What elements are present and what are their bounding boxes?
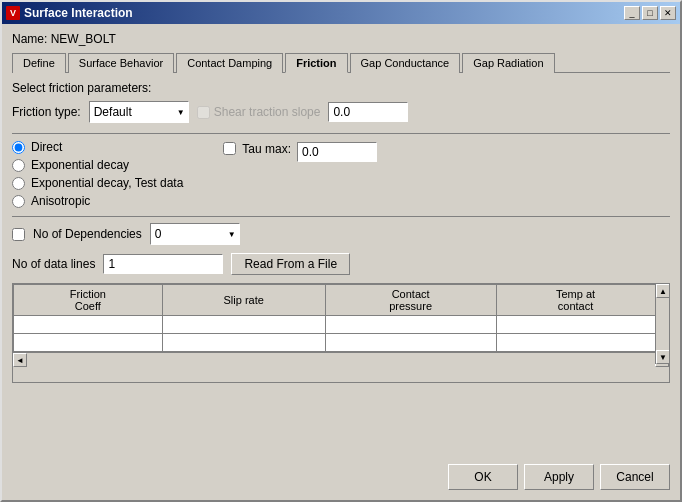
col-temp-contact: Temp atcontact: [496, 285, 655, 316]
table-row: ▲ ▼: [14, 316, 670, 334]
col-slip-rate: Slip rate: [162, 285, 325, 316]
bottom-buttons: OK Apply Cancel: [448, 464, 670, 490]
dependencies-select-wrapper: 0: [150, 223, 240, 245]
vertical-scrollbar[interactable]: ▲ ▼: [655, 284, 669, 364]
separator-2: [12, 216, 670, 217]
ok-button[interactable]: OK: [448, 464, 518, 490]
separator-1: [12, 133, 670, 134]
tau-max-input[interactable]: [297, 142, 377, 162]
data-table: FrictionCoeff Slip rate Contactpressure …: [13, 284, 669, 352]
tab-friction[interactable]: Friction: [285, 53, 347, 73]
dependencies-select[interactable]: 0: [150, 223, 240, 245]
radio-direct: Direct: [12, 140, 183, 154]
cell-temp-2[interactable]: [496, 334, 655, 352]
read-file-button[interactable]: Read From a File: [231, 253, 350, 275]
tab-gap-conductance[interactable]: Gap Conductance: [350, 53, 461, 73]
radio-and-tau: Direct Exponential decay Exponential dec…: [12, 140, 670, 208]
radio-exp-decay: Exponential decay: [12, 158, 183, 172]
radio-direct-label: Direct: [31, 140, 62, 154]
tab-gap-radiation[interactable]: Gap Radiation: [462, 53, 554, 73]
radio-anisotropic: Anisotropic: [12, 194, 183, 208]
scrollbar-v-cell: ▲ ▼: [655, 316, 669, 352]
title-buttons: _ □ ✕: [624, 6, 676, 20]
data-lines-input[interactable]: [103, 254, 223, 274]
data-lines-label: No of data lines: [12, 257, 95, 271]
cell-pressure-1[interactable]: [325, 316, 496, 334]
title-bar-left: V Surface Interaction: [6, 6, 133, 20]
tau-max-checkbox[interactable]: [223, 142, 236, 155]
col-friction-coeff: FrictionCoeff: [14, 285, 163, 316]
apply-button[interactable]: Apply: [524, 464, 594, 490]
radio-exp-decay-test-label: Exponential decay, Test data: [31, 176, 183, 190]
horizontal-scrollbar[interactable]: ◄ ►: [13, 352, 669, 366]
cell-friction-2[interactable]: [14, 334, 163, 352]
cell-temp-1[interactable]: [496, 316, 655, 334]
name-row: Name: NEW_BOLT: [12, 32, 670, 46]
name-label: Name:: [12, 32, 47, 46]
cancel-button[interactable]: Cancel: [600, 464, 670, 490]
maximize-button[interactable]: □: [642, 6, 658, 20]
cell-slip-1[interactable]: [162, 316, 325, 334]
content-area: Name: NEW_BOLT Define Surface Behavior C…: [2, 24, 680, 391]
name-value: NEW_BOLT: [51, 32, 116, 46]
radio-direct-input[interactable]: [12, 141, 25, 154]
data-lines-row: No of data lines Read From a File: [12, 253, 670, 275]
scroll-down-arrow[interactable]: ▼: [656, 350, 670, 364]
radio-anisotropic-input[interactable]: [12, 195, 25, 208]
radio-exp-decay-input[interactable]: [12, 159, 25, 172]
cell-slip-2[interactable]: [162, 334, 325, 352]
app-icon: V: [6, 6, 20, 20]
window-title: Surface Interaction: [24, 6, 133, 20]
scroll-left-arrow[interactable]: ◄: [13, 353, 27, 367]
col-contact-pressure: Contactpressure: [325, 285, 496, 316]
shear-traction-input[interactable]: 0.0: [328, 102, 408, 122]
radio-exp-decay-label: Exponential decay: [31, 158, 129, 172]
title-bar: V Surface Interaction _ □ ✕: [2, 2, 680, 24]
table-body: ▲ ▼: [14, 316, 670, 352]
friction-type-select-wrapper: Default: [89, 101, 189, 123]
tab-define[interactable]: Define: [12, 53, 66, 73]
scroll-up-arrow[interactable]: ▲: [656, 284, 670, 298]
h-scroll-track: [27, 353, 655, 366]
dependencies-row: No of Dependencies 0: [12, 223, 670, 245]
tabs-container: Define Surface Behavior Contact Damping …: [12, 52, 670, 73]
main-window: V Surface Interaction _ □ ✕ Name: NEW_BO…: [0, 0, 682, 502]
friction-type-row: Friction type: Default Shear traction sl…: [12, 101, 670, 123]
dependencies-checkbox[interactable]: [12, 228, 25, 241]
cell-friction-1[interactable]: [14, 316, 163, 334]
radio-exp-decay-test: Exponential decay, Test data: [12, 176, 183, 190]
table-row: [14, 334, 670, 352]
table-header-row: FrictionCoeff Slip rate Contactpressure …: [14, 285, 670, 316]
close-button[interactable]: ✕: [660, 6, 676, 20]
radio-anisotropic-label: Anisotropic: [31, 194, 90, 208]
shear-traction-label: Shear traction slope: [197, 105, 321, 119]
radio-column: Direct Exponential decay Exponential dec…: [12, 140, 183, 208]
tab-surface-behavior[interactable]: Surface Behavior: [68, 53, 174, 73]
tau-max-label: Tau max:: [242, 142, 291, 156]
data-table-container: FrictionCoeff Slip rate Contactpressure …: [12, 283, 670, 383]
dependencies-label: No of Dependencies: [33, 227, 142, 241]
shear-traction-checkbox[interactable]: [197, 106, 210, 119]
select-friction-params-label: Select friction parameters:: [12, 81, 670, 95]
cell-pressure-2[interactable]: [325, 334, 496, 352]
tau-max-area: Tau max:: [223, 140, 377, 208]
minimize-button[interactable]: _: [624, 6, 640, 20]
radio-exp-decay-test-input[interactable]: [12, 177, 25, 190]
tab-contact-damping[interactable]: Contact Damping: [176, 53, 283, 73]
friction-type-label: Friction type:: [12, 105, 81, 119]
scroll-track: [656, 298, 669, 350]
friction-type-select[interactable]: Default: [89, 101, 189, 123]
